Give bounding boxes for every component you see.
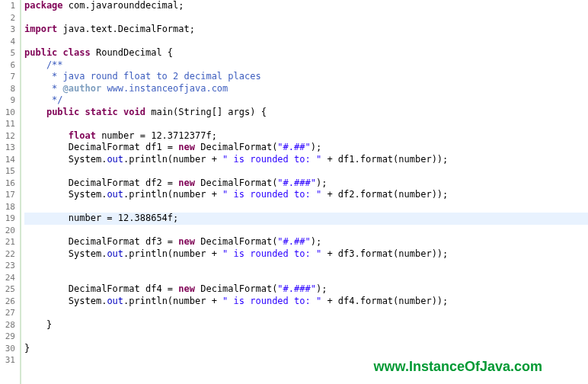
code-line: [24, 331, 588, 343]
line-number: 17: [0, 189, 15, 201]
line-number: 12: [0, 130, 15, 142]
code-line: DecimalFormat df3 = new DecimalFormat("#…: [24, 236, 588, 248]
code-line: import java.text.DecimalFormat;: [24, 24, 588, 36]
code-line: DecimalFormat df1 = new DecimalFormat("#…: [24, 142, 588, 154]
code-line: [24, 165, 588, 178]
line-number: 10: [0, 107, 15, 119]
code-line: }: [24, 319, 588, 331]
code-line: DecimalFormat df4 = new DecimalFormat("#…: [24, 283, 588, 296]
line-number: 13: [0, 142, 15, 154]
line-number: 19: [0, 213, 15, 225]
line-number: 22: [0, 248, 15, 261]
code-line: }: [24, 343, 588, 355]
line-number: 18: [0, 201, 15, 213]
code-line: */: [24, 94, 588, 107]
code-line: [24, 272, 588, 284]
line-number: 23: [0, 260, 15, 272]
line-number: 2: [0, 12, 15, 24]
line-number: 27: [0, 307, 15, 319]
code-line: public class RoundDecimal {: [24, 47, 588, 59]
line-number: 29: [0, 331, 15, 343]
code-line: [24, 225, 588, 237]
code-line: System.out.println(number + " is rounded…: [24, 154, 588, 166]
code-line: float number = 12.3712377f;: [24, 130, 588, 142]
code-line-highlighted: number = 12.388654f;: [24, 213, 588, 225]
line-number: 26: [0, 296, 15, 308]
code-line: DecimalFormat df2 = new DecimalFormat("#…: [24, 178, 588, 190]
line-number: 28: [0, 319, 15, 331]
line-number: 1: [0, 0, 15, 12]
code-line: * @author www.instanceofjava.com: [24, 83, 588, 95]
line-number-gutter: 1 2 3 4 5 6 7 8 9 10 11 12 13 14 15 16 1…: [0, 0, 21, 384]
code-line: System.out.println(number + " is rounded…: [24, 189, 588, 201]
code-line: public static void main(String[] args) {: [24, 107, 588, 119]
code-line: [24, 36, 588, 48]
line-number: 16: [0, 178, 15, 190]
line-number: 3: [0, 24, 15, 36]
line-number: 20: [0, 225, 15, 237]
code-line: [24, 201, 588, 213]
code-line: [24, 118, 588, 130]
code-editor: 1 2 3 4 5 6 7 8 9 10 11 12 13 14 15 16 1…: [0, 0, 588, 384]
code-line: [24, 307, 588, 319]
line-number: 7: [0, 71, 15, 83]
line-number: 5: [0, 47, 15, 59]
code-line: * java round float to 2 decimal places: [24, 71, 588, 83]
line-number: 30: [0, 343, 15, 355]
code-line: System.out.println(number + " is rounded…: [24, 248, 588, 261]
line-number: 31: [0, 354, 15, 366]
line-number: 24: [0, 272, 15, 284]
line-number: 25: [0, 283, 15, 296]
line-number: 8: [0, 83, 15, 95]
watermark-text: www.InstanceOfJava.com: [374, 359, 542, 375]
line-number: 14: [0, 154, 15, 166]
code-line: [24, 12, 588, 24]
line-number: 6: [0, 59, 15, 72]
code-line: [24, 260, 588, 272]
code-line: System.out.println(number + " is rounded…: [24, 296, 588, 308]
code-line: package com.javarounddecimal;: [24, 0, 588, 12]
line-number: 4: [0, 36, 15, 48]
line-number: 21: [0, 236, 15, 248]
line-number: 15: [0, 165, 15, 178]
line-number: 11: [0, 118, 15, 130]
code-area[interactable]: package com.javarounddecimal; import jav…: [21, 0, 588, 384]
line-number: 9: [0, 94, 15, 107]
code-line: /**: [24, 59, 588, 72]
